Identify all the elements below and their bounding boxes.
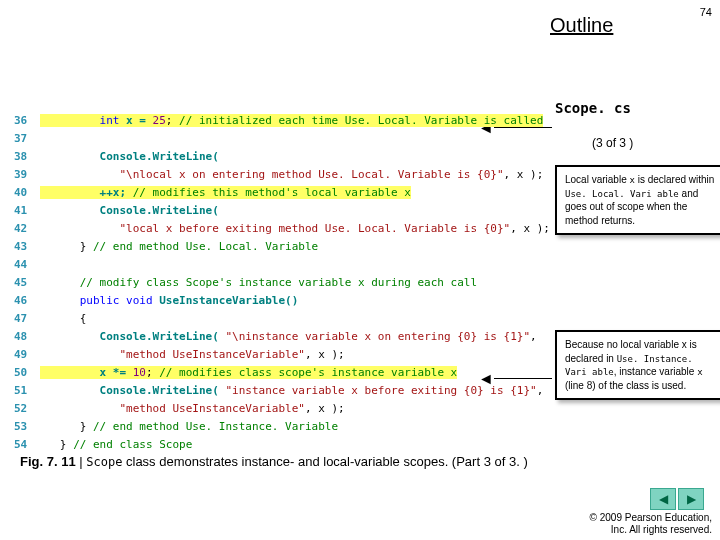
code-line: 54 } // end class Scope xyxy=(14,436,559,454)
line-number: 53 xyxy=(14,418,40,436)
code-id: x = xyxy=(126,114,153,127)
code-line: 45 // modify class Scope's instance vari… xyxy=(14,274,559,292)
code-line: 48 Console.WriteLine( "\ninstance variab… xyxy=(14,328,559,346)
code-string: "method UseInstanceVariable" xyxy=(119,348,304,361)
code-comment: // end method Use. Local. Variable xyxy=(93,240,318,253)
line-number: 52 xyxy=(14,400,40,418)
code-indent xyxy=(40,186,100,199)
callout-text: (line 8) of the class is used. xyxy=(565,380,686,391)
code-string: "\ninstance variable x on entering {0} i… xyxy=(225,330,530,343)
callout-text: , instance variable xyxy=(614,366,697,377)
caption-text: class demonstrates instance- and local-v… xyxy=(122,454,527,469)
line-number: 48 xyxy=(14,328,40,346)
line-number: 45 xyxy=(14,274,40,292)
code-line: 43 } // end method Use. Local. Variable xyxy=(14,238,559,256)
callout-instance-variable: Because no local variable x is declared … xyxy=(555,330,720,400)
code-indent xyxy=(40,168,119,181)
callout-code: x xyxy=(697,367,702,377)
line-number: 46 xyxy=(14,292,40,310)
code-indent xyxy=(40,294,80,307)
copyright-line: © 2009 Pearson Education, xyxy=(590,512,712,524)
sidebar-counter: (3 of 3 ) xyxy=(592,136,633,150)
line-number: 42 xyxy=(14,220,40,238)
code-indent xyxy=(40,222,119,235)
page-number: 74 xyxy=(700,6,712,18)
code-indent xyxy=(40,402,119,415)
code-indent: } xyxy=(40,420,93,433)
code-comment: // end class Scope xyxy=(73,438,192,451)
code-text: ; xyxy=(146,366,153,379)
code-indent xyxy=(40,150,100,163)
code-id: Console.WriteLine( xyxy=(100,150,219,163)
callout-text: is declared within xyxy=(635,174,714,185)
code-indent xyxy=(40,348,119,361)
code-string: "\nlocal x on entering method Use. Local… xyxy=(119,168,503,181)
code-id: x *= xyxy=(100,366,133,379)
line-number: 50 xyxy=(14,364,40,382)
code-text xyxy=(40,256,559,274)
code-text: , x ); xyxy=(504,168,544,181)
code-line: 50 x *= 10; // modifies class scope's in… xyxy=(14,364,559,382)
code-string: "local x before exiting method Use. Loca… xyxy=(119,222,510,235)
code-line: 38 Console.WriteLine( xyxy=(14,148,559,166)
code-indent xyxy=(40,204,100,217)
code-keyword: int xyxy=(100,114,120,127)
figure-caption: Fig. 7. 11 | Scope class demonstrates in… xyxy=(20,454,528,469)
code-line: 44 xyxy=(14,256,559,274)
copyright-line: Inc. All rights reserved. xyxy=(590,524,712,536)
code-indent xyxy=(40,330,100,343)
line-number: 36 xyxy=(14,112,40,130)
code-text: , x ); xyxy=(510,222,550,235)
copyright: © 2009 Pearson Education, Inc. All right… xyxy=(590,512,712,536)
line-number: 47 xyxy=(14,310,40,328)
code-line: 47 { xyxy=(14,310,559,328)
line-number: 44 xyxy=(14,256,40,274)
code-text: , x ); xyxy=(305,348,345,361)
sidebar-filename: Scope. cs xyxy=(555,100,631,116)
code-text: { xyxy=(40,312,86,325)
line-number: 43 xyxy=(14,238,40,256)
triangle-right-icon: ▶ xyxy=(687,492,696,506)
figure-number: Fig. 7. 11 xyxy=(20,454,76,469)
code-keyword: public void xyxy=(80,294,153,307)
code-line: 49 "method UseInstanceVariable", x ); xyxy=(14,346,559,364)
outline-heading: Outline xyxy=(550,14,613,37)
callout-code: Use. Local. Vari able xyxy=(565,189,679,199)
code-line: 36 int x = 25; // initialized each time … xyxy=(14,112,559,130)
code-id: UseInstanceVariable() xyxy=(159,294,298,307)
code-text: , xyxy=(530,330,537,343)
caption-separator: | xyxy=(76,454,87,469)
code-text: , x ); xyxy=(305,402,345,415)
code-indent: } xyxy=(40,438,73,451)
callout-local-variable: Local variable x is declared within Use.… xyxy=(555,165,720,235)
code-comment: // modify class Scope's instance variabl… xyxy=(80,276,477,289)
line-number: 39 xyxy=(14,166,40,184)
code-indent xyxy=(40,114,100,127)
code-id: Console.WriteLine( xyxy=(100,204,219,217)
code-id: ++x; xyxy=(100,186,127,199)
code-line: 46 public void UseInstanceVariable() xyxy=(14,292,559,310)
code-line: 40 ++x; // modifies this method's local … xyxy=(14,184,559,202)
code-string: "instance variable x before exiting {0} … xyxy=(225,384,536,397)
code-listing: 36 int x = 25; // initialized each time … xyxy=(14,112,559,454)
code-line: 42 "local x before exiting method Use. L… xyxy=(14,220,559,238)
code-id: Console.WriteLine( xyxy=(100,384,226,397)
code-comment: // modifies this method's local variable… xyxy=(126,186,411,199)
line-number: 54 xyxy=(14,436,40,454)
next-button[interactable]: ▶ xyxy=(678,488,704,510)
code-comment: // end method Use. Instance. Variable xyxy=(93,420,338,433)
code-indent: } xyxy=(40,240,93,253)
code-id: Console.WriteLine( xyxy=(100,330,226,343)
code-line: 53 } // end method Use. Instance. Variab… xyxy=(14,418,559,436)
code-string: "method UseInstanceVariable" xyxy=(119,402,304,415)
code-text: , xyxy=(537,384,544,397)
code-indent xyxy=(40,384,100,397)
code-line: 39 "\nlocal x on entering method Use. Lo… xyxy=(14,166,559,184)
caption-classname: Scope xyxy=(86,455,122,469)
line-number: 38 xyxy=(14,148,40,166)
code-line: 41 Console.WriteLine( xyxy=(14,202,559,220)
callout-text: Local variable xyxy=(565,174,629,185)
prev-button[interactable]: ◀ xyxy=(650,488,676,510)
line-number: 41 xyxy=(14,202,40,220)
code-indent xyxy=(40,276,80,289)
